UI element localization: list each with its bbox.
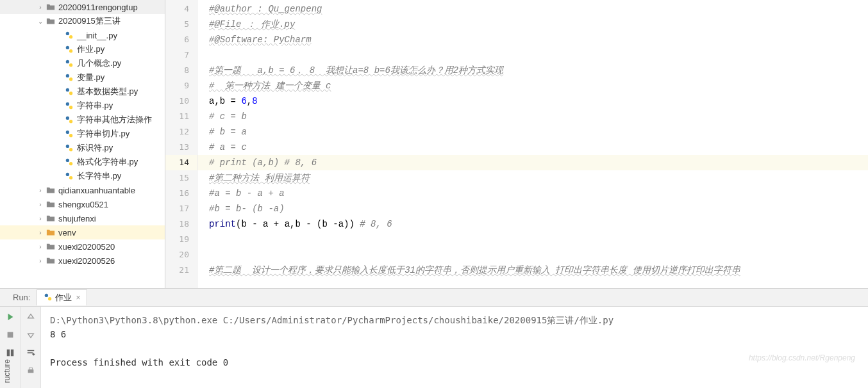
line-number: 4 <box>165 1 197 17</box>
print-icon[interactable] <box>24 364 37 377</box>
rerun-button[interactable] <box>4 311 17 323</box>
tree-file[interactable]: 字符串.py <box>0 99 165 113</box>
line-number: 6 <box>165 32 197 47</box>
chevron-right-icon[interactable]: › <box>35 187 46 194</box>
code-editor[interactable]: 456789101112131415161718192021 #@author … <box>165 0 868 288</box>
code-line[interactable]: # print (a,b) # 8, 6 <box>197 155 868 170</box>
svg-point-10 <box>66 102 69 106</box>
svg-rect-28 <box>29 368 32 370</box>
close-icon[interactable]: × <box>76 293 80 302</box>
python-file-icon <box>64 129 74 139</box>
output-line: D:\Python3\Python3.8\python.exe C:/Users… <box>50 313 859 327</box>
line-number: 14 <box>165 155 197 170</box>
run-output[interactable]: D:\Python3\Python3.8\python.exe C:/Users… <box>41 307 868 388</box>
code-line[interactable]: # b = a <box>197 124 868 140</box>
run-panel: Run: 作业 × <box>0 288 868 388</box>
tree-file[interactable]: 标识符.py <box>0 141 165 155</box>
down-arrow-icon[interactable] <box>24 328 37 341</box>
structure-tab[interactable]: ructure <box>3 359 12 383</box>
svg-point-7 <box>69 77 72 81</box>
chevron-down-icon[interactable]: ⌄ <box>35 18 46 25</box>
code-line[interactable]: #@File ： 作业.py <box>197 17 868 32</box>
folder-icon <box>46 213 56 223</box>
tree-file[interactable]: 字符串切片.py <box>0 127 165 141</box>
folder-icon <box>46 227 56 238</box>
svg-rect-24 <box>7 332 13 338</box>
code-line[interactable]: # c = b <box>197 109 868 124</box>
tree-folder[interactable]: ›qidianxuanhuantable <box>0 183 165 197</box>
chevron-right-icon[interactable]: › <box>35 4 46 11</box>
editor-code[interactable]: #@author : Qu_genpeng#@File ： 作业.py#@Sof… <box>197 0 868 288</box>
code-line[interactable] <box>197 47 868 63</box>
code-line[interactable]: #b = b- (b -a) <box>197 201 868 216</box>
tree-folder[interactable]: ›xuexi20200526 <box>0 254 165 268</box>
tree-file[interactable]: 基本数据类型.py <box>0 85 165 99</box>
chevron-right-icon[interactable]: › <box>35 215 46 222</box>
line-number: 11 <box>165 109 197 124</box>
line-number: 18 <box>165 216 197 232</box>
line-number: 5 <box>165 17 197 32</box>
line-number: 21 <box>165 263 197 278</box>
line-number: 10 <box>165 93 197 109</box>
tree-item-label: __init__.py <box>77 31 117 40</box>
tree-file[interactable]: 作业.py <box>0 42 165 56</box>
tree-file[interactable]: 格式化字符串.py <box>0 155 165 169</box>
run-label: Run: <box>13 293 30 302</box>
chevron-right-icon[interactable]: › <box>35 229 46 236</box>
chevron-right-icon[interactable]: › <box>35 257 46 264</box>
chevron-right-icon[interactable]: › <box>35 201 46 208</box>
code-line[interactable] <box>197 232 868 247</box>
folder-icon <box>46 241 56 252</box>
tree-folder[interactable]: ›xuexi20200520 <box>0 239 165 254</box>
svg-point-2 <box>66 46 69 49</box>
tree-file[interactable]: __init__.py <box>0 28 165 42</box>
tree-folder[interactable]: ›20200911rengongtup <box>0 0 165 14</box>
code-line[interactable]: #第一题 a,b = 6， 8 我想让a=8 b=6我该怎么办？用2种方式实现 <box>197 63 868 78</box>
code-line[interactable] <box>197 247 868 263</box>
tree-folder[interactable]: ⌄20200915第三讲 <box>0 14 165 28</box>
tree-folder[interactable]: ›shujufenxi <box>0 211 165 225</box>
svg-point-15 <box>69 134 72 137</box>
wrap-icon[interactable] <box>24 346 37 359</box>
tree-item-label: 标识符.py <box>77 142 113 154</box>
folder-icon <box>46 255 56 266</box>
line-number: 15 <box>165 170 197 186</box>
tree-item-label: 作业.py <box>77 44 104 55</box>
stop-button[interactable] <box>4 328 17 341</box>
tree-file[interactable]: 字符串其他方法操作 <box>0 113 165 127</box>
line-number: 19 <box>165 232 197 247</box>
run-tab[interactable]: 作业 × <box>37 289 87 305</box>
code-line[interactable]: #a = b - a + a <box>197 186 868 201</box>
tree-file[interactable]: 变量.py <box>0 70 165 85</box>
python-file-icon <box>64 72 74 83</box>
code-line[interactable]: #@Software: PyCharm <box>197 32 868 47</box>
svg-point-23 <box>48 297 51 300</box>
tree-item-label: 几个概念.py <box>77 58 121 69</box>
svg-point-22 <box>45 293 48 296</box>
layout-button[interactable] <box>4 346 17 359</box>
code-line[interactable]: a,b = 6,8 <box>197 93 868 109</box>
output-line <box>50 341 859 355</box>
svg-point-3 <box>69 49 72 53</box>
tree-item-label: xuexi20200520 <box>58 242 115 252</box>
tree-folder[interactable]: ›shengxu0521 <box>0 197 165 211</box>
output-line: 8 6 <box>50 327 859 341</box>
chevron-right-icon[interactable]: › <box>35 243 46 250</box>
svg-point-6 <box>66 74 69 77</box>
code-line[interactable]: print(b - a + a,b - (b -a)) # 8, 6 <box>197 216 868 232</box>
code-line[interactable]: # 第一种方法 建一个变量 c <box>197 78 868 93</box>
tree-file[interactable]: 长字符串.py <box>0 169 165 183</box>
code-line[interactable]: #@author : Qu_genpeng <box>197 1 868 17</box>
tree-file[interactable]: 几个概念.py <box>0 56 165 70</box>
svg-point-0 <box>66 32 69 35</box>
code-line[interactable]: #第二题 设计一个程序，要求只能输入长度低于31的字符串，否则提示用户重新输入 … <box>197 263 868 278</box>
tree-folder[interactable]: ›venv <box>0 225 165 239</box>
tree-item-label: 变量.py <box>77 72 104 83</box>
code-line[interactable]: # a = c <box>197 140 868 155</box>
up-arrow-icon[interactable] <box>24 311 37 323</box>
run-toolbar-right <box>21 307 41 388</box>
python-file-icon <box>64 101 74 111</box>
project-tree[interactable]: ›20200911rengongtup⌄20200915第三讲__init__.… <box>0 0 165 288</box>
line-number: 8 <box>165 63 197 78</box>
code-line[interactable]: #第二种方法 利用运算符 <box>197 170 868 186</box>
